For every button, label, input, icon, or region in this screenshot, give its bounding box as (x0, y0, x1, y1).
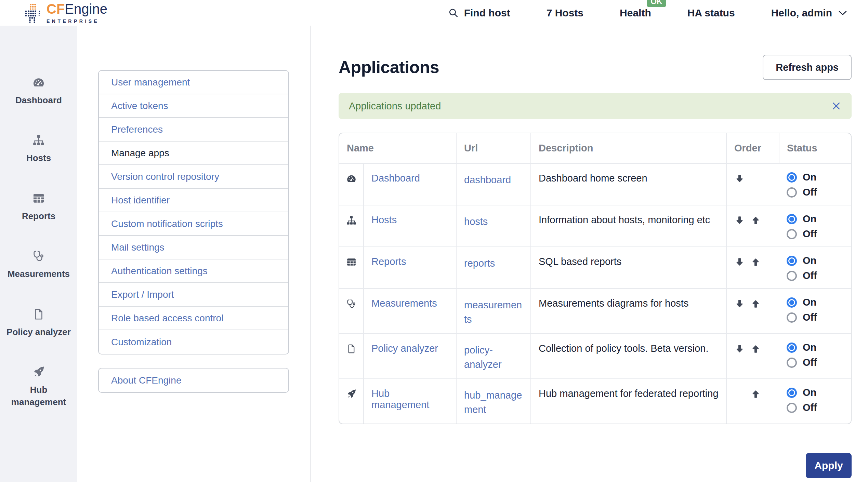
apply-button[interactable]: Apply (806, 453, 852, 478)
move-down-button[interactable] (734, 344, 745, 354)
app-name-link[interactable]: Measurements (371, 298, 437, 309)
move-up-button[interactable] (750, 389, 761, 399)
app-url-link[interactable]: policy-analyzer (464, 345, 502, 370)
settings-menu-item-active-tokens[interactable]: Active tokens (99, 94, 288, 118)
app-url-link[interactable]: reports (464, 258, 495, 269)
status-off-radio[interactable] (787, 187, 797, 198)
settings-menu-item-customization[interactable]: Customization (99, 330, 288, 354)
move-up-button[interactable] (750, 215, 761, 226)
move-up-button[interactable] (750, 344, 761, 354)
status-off-option[interactable]: Off (787, 228, 845, 240)
status-off-radio[interactable] (787, 271, 797, 281)
settings-menu-item-manage-apps[interactable]: Manage apps (99, 142, 288, 165)
status-on-radio[interactable] (787, 172, 797, 183)
app-url-link[interactable]: hosts (464, 216, 488, 227)
status-off-option[interactable]: Off (787, 270, 845, 281)
status-on-option[interactable]: On (787, 342, 845, 353)
table-header-row: Name Url Description Order Status (339, 133, 852, 163)
status-off-option[interactable]: Off (787, 402, 845, 413)
status-on-radio[interactable] (787, 297, 797, 308)
page-title: Applications (339, 57, 439, 77)
move-down-button[interactable] (734, 298, 745, 309)
settings-menu-item-user-management[interactable]: User management (99, 71, 288, 94)
status-on-option[interactable]: On (787, 387, 845, 398)
app-name-link[interactable]: Hub management (371, 388, 429, 410)
status-off-label: Off (803, 312, 817, 323)
settings-menu-item-label: Active tokens (111, 101, 168, 111)
status-off-radio[interactable] (787, 312, 797, 323)
move-down-button[interactable] (734, 173, 745, 184)
sidebar-item-dashboard[interactable]: Dashboard (15, 76, 62, 106)
settings-menu-item-about-cfengine[interactable]: About CFEngine (99, 369, 288, 392)
status-off-label: Off (803, 402, 817, 413)
gauge-icon (346, 175, 357, 186)
sidebar-item-measurements[interactable]: Measurements (8, 250, 70, 280)
app-name-link[interactable]: Hosts (371, 214, 397, 225)
status-off-label: Off (803, 187, 817, 198)
status-off-option[interactable]: Off (787, 357, 845, 368)
status-off-radio[interactable] (787, 403, 797, 413)
alert-message: Applications updated (349, 101, 441, 112)
table-icon (346, 258, 357, 269)
settings-menu-item-mail-settings[interactable]: Mail settings (99, 236, 288, 259)
status-on-radio[interactable] (787, 343, 797, 353)
status-on-label: On (803, 297, 816, 308)
status-on-option[interactable]: On (787, 297, 845, 308)
status-off-radio[interactable] (787, 229, 797, 239)
chevron-down-icon (837, 8, 848, 18)
table-row-policy-analyzer: Policy analyzer policy-analyzer Collecti… (339, 334, 852, 379)
sidebar-item-hosts[interactable]: Hosts (26, 134, 51, 164)
move-down-button[interactable] (734, 215, 745, 226)
settings-menu-item-custom-notification-scripts[interactable]: Custom notification scripts (99, 212, 288, 236)
close-icon[interactable] (831, 101, 841, 111)
status-on-option[interactable]: On (787, 213, 845, 225)
about-cfengine-label: About CFEngine (111, 375, 181, 386)
settings-menu-item-label: Authentication settings (111, 266, 208, 277)
status-on-option[interactable]: On (787, 172, 845, 183)
status-on-radio[interactable] (787, 256, 797, 266)
status-off-option[interactable]: Off (787, 312, 845, 323)
stethoscope-icon (32, 250, 45, 263)
move-up-button[interactable] (750, 298, 761, 309)
status-on-label: On (803, 342, 816, 353)
move-down-button[interactable] (734, 257, 745, 267)
settings-menu-item-label: Version control repository (111, 171, 219, 182)
status-on-radio[interactable] (787, 388, 797, 398)
status-on-option[interactable]: On (787, 255, 845, 266)
status-on-label: On (803, 172, 816, 183)
settings-menu-item-role-based-access-control[interactable]: Role based access control (99, 307, 288, 330)
settings-menu-item-label: Customization (111, 337, 172, 348)
settings-menu-item-authentication-settings[interactable]: Authentication settings (99, 259, 288, 283)
sidebar-item-policy-analyzer[interactable]: Policy analyzer (6, 308, 71, 338)
hosts-count-nav[interactable]: 7 Hosts (547, 7, 583, 19)
table-icon (32, 192, 45, 205)
app-url-link[interactable]: measurements (464, 299, 522, 325)
success-alert: Applications updated (339, 93, 852, 119)
health-nav[interactable]: Health OK (620, 7, 651, 19)
cfengine-logo[interactable]: CFEngine ENTERPRISE (24, 2, 107, 24)
logo-subtitle: ENTERPRISE (47, 18, 107, 24)
user-menu[interactable]: Hello, admin (771, 7, 848, 19)
app-name-link[interactable]: Reports (371, 256, 406, 267)
settings-menu-item-host-identifier[interactable]: Host identifier (99, 189, 288, 212)
settings-menu-item-preferences[interactable]: Preferences (99, 118, 288, 142)
sidebar-item-label: Policy analyzer (6, 326, 71, 338)
app-name-link[interactable]: Dashboard (371, 173, 420, 184)
status-off-radio[interactable] (787, 358, 797, 368)
app-url-link[interactable]: hub_management (464, 390, 522, 415)
refresh-apps-button[interactable]: Refresh apps (763, 55, 852, 80)
find-host-nav[interactable]: Find host (448, 7, 510, 19)
settings-menu-item-export-import[interactable]: Export / Import (99, 283, 288, 307)
sidebar-item-reports[interactable]: Reports (22, 192, 55, 222)
app-description: Collection of policy tools. Beta version… (531, 334, 726, 379)
status-on-radio[interactable] (787, 214, 797, 224)
app-url-link[interactable]: dashboard (464, 174, 511, 185)
sidebar-item-hub-management[interactable]: Hub management (5, 365, 72, 409)
settings-menu-item-label: User management (111, 77, 190, 88)
app-name-link[interactable]: Policy analyzer (371, 343, 438, 354)
column-header-name: Name (339, 133, 456, 163)
settings-menu-item-version-control-repository[interactable]: Version control repository (99, 165, 288, 189)
ha-status-nav[interactable]: HA status (687, 7, 735, 19)
status-off-option[interactable]: Off (787, 187, 845, 198)
move-up-button[interactable] (750, 257, 761, 267)
